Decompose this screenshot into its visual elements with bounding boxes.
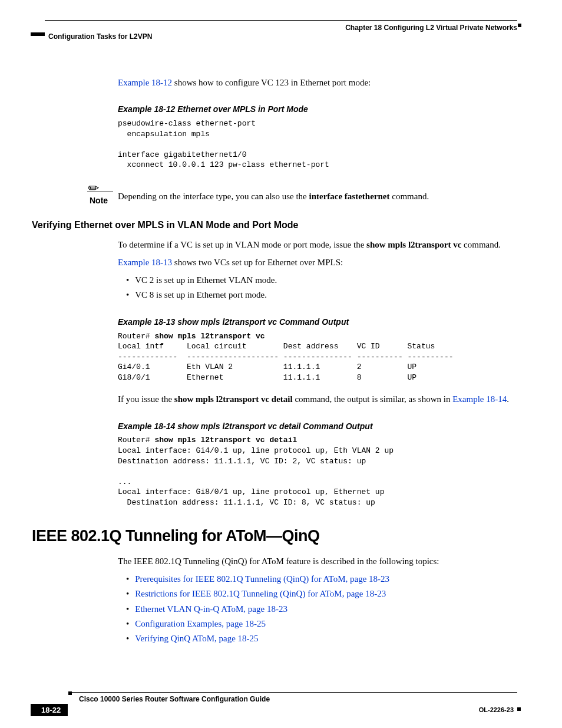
link-config-examples[interactable]: Configuration Examples, page 18-25 <box>135 619 266 628</box>
header-chapter: Chapter 18 Configuring L2 Virtual Privat… <box>345 24 517 32</box>
note-label: Note <box>90 195 108 206</box>
qinq-links: Prerequisites for IEEE 802.1Q Tunneling … <box>118 573 517 644</box>
prompt: Router# <box>118 332 154 341</box>
example-12-title: Example 18-12 Ethernet over MPLS in Port… <box>118 104 517 115</box>
verify-p3-pre: If you issue the <box>118 394 174 404</box>
verify-p3-bold: show mpls l2transport vc detail <box>174 394 293 404</box>
list-item: VC 2 is set up in Ethernet VLAN mode. <box>118 274 517 286</box>
cmd-bold: show mpls l2transport vc <box>154 332 265 341</box>
link-example-18-12[interactable]: Example 18-12 <box>118 78 172 87</box>
verify-p1-pre: To determine if a VC is set up in VLAN m… <box>118 240 366 249</box>
note-text-bold: interface fastethernet <box>309 192 389 201</box>
intro-text: shows how to configure VC 123 in Etherne… <box>172 78 371 87</box>
link-prereq[interactable]: Prerequisites for IEEE 802.1Q Tunneling … <box>135 574 389 584</box>
output: Local intf Local circuit Dest address VC… <box>118 342 454 382</box>
list-item: Restrictions for IEEE 802.1Q Tunneling (… <box>118 588 517 599</box>
verify-bullets: VC 2 is set up in Ethernet VLAN mode. VC… <box>118 274 517 301</box>
content-area: Example 18-12 shows how to configure VC … <box>118 71 517 647</box>
cmd-bold: show mpls l2transport vc detail <box>154 436 297 444</box>
note-text-pre: Depending on the interface type, you can… <box>118 192 309 201</box>
verify-p3: If you issue the show mpls l2transport v… <box>118 393 517 405</box>
page-number-badge: 18-22 <box>31 704 68 716</box>
footer-docid: OL-2226-23 <box>479 706 514 713</box>
note-block: ✎ Note Depending on the interface type, … <box>118 190 517 202</box>
intro-paragraph: Example 18-12 shows how to configure VC … <box>118 77 517 88</box>
verify-p1-post: command. <box>461 240 501 249</box>
example-14-code: Router# show mpls l2transport vc detail … <box>118 435 517 508</box>
list-item: Prerequisites for IEEE 802.1Q Tunneling … <box>118 573 517 585</box>
header-decor-bar <box>31 32 45 36</box>
output: Local interface: Gi4/0.1 up, line protoc… <box>118 446 394 507</box>
link-example-18-14[interactable]: Example 18-14 <box>452 394 507 404</box>
example-14-title: Example 18-14 show mpls l2transport vc d… <box>118 421 517 432</box>
note-text-post: command. <box>390 192 429 201</box>
list-item: VC 8 is set up in Ethernet port mode. <box>118 289 517 301</box>
link-example-18-13[interactable]: Example 18-13 <box>118 258 172 267</box>
list-item: Ethernet VLAN Q-in-Q AToM, page 18-23 <box>118 603 517 615</box>
verify-p3-mid: command, the output is similar, as shown… <box>293 394 452 404</box>
header-decor-square <box>518 24 521 27</box>
verify-p1: To determine if a VC is set up in VLAN m… <box>118 239 517 251</box>
qinq-intro: The IEEE 802.1Q Tunneling (QinQ) for ATo… <box>118 555 517 567</box>
verify-p3-post: . <box>507 394 509 404</box>
list-item: Configuration Examples, page 18-25 <box>118 618 517 630</box>
example-13-code: Router# show mpls l2transport vc Local i… <box>118 331 517 383</box>
footer-decor-square-right <box>517 707 521 711</box>
example-13-title: Example 18-13 show mpls l2transport vc C… <box>118 317 517 328</box>
prompt: Router# <box>118 436 154 444</box>
list-item: Verifying QinQ AToM, page 18-25 <box>118 633 517 644</box>
verify-p2: Example 18-13 shows two VCs set up for E… <box>118 256 517 268</box>
link-vlan-qinq[interactable]: Ethernet VLAN Q-in-Q AToM, page 18-23 <box>135 604 287 614</box>
link-restrictions[interactable]: Restrictions for IEEE 802.1Q Tunneling (… <box>135 589 386 598</box>
note-underline <box>87 192 113 192</box>
footer-rule <box>72 692 517 693</box>
example-12-code: pseudowire-class ethernet-port encapsula… <box>118 118 517 170</box>
header-section: Configuration Tasks for L2VPN <box>48 32 152 41</box>
heading-qinq: IEEE 802.1Q Tunneling for AToM—QinQ <box>32 525 517 546</box>
heading-verify: Verifying Ethernet over MPLS in VLAN Mod… <box>32 219 517 232</box>
verify-p2-rest: shows two VCs set up for Ethernet over M… <box>172 258 343 267</box>
footer-title: Cisco 10000 Series Router Software Confi… <box>79 695 270 703</box>
verify-p1-bold: show mpls l2transport vc <box>366 240 461 249</box>
page-container: Chapter 18 Configuring L2 Virtual Privat… <box>0 0 562 728</box>
header-rule <box>45 20 517 21</box>
link-verify-qinq[interactable]: Verifying QinQ AToM, page 18-25 <box>135 634 258 643</box>
